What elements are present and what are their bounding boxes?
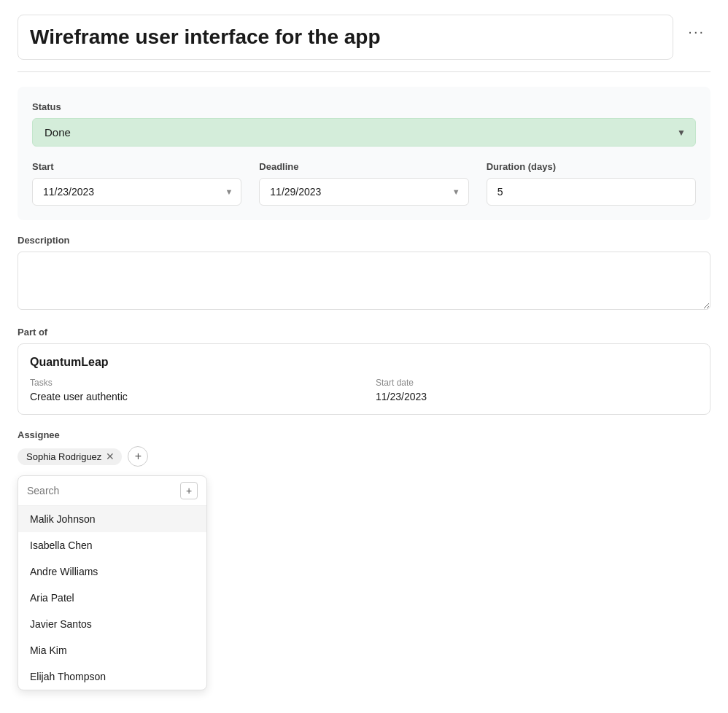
start-date-column: Start date 11/23/2023 [376,378,698,402]
status-field[interactable]: Done In Progress To Do Cancelled ▼ [32,118,696,147]
duration-field: Duration (days) [487,161,696,206]
part-of-section: Part of QuantumLeap Tasks Create user au… [18,327,710,415]
start-date-select[interactable]: 11/23/2023 [32,178,241,206]
deadline-field: Deadline 11/29/2023 ▼ [259,161,468,206]
status-label: Status [32,101,696,112]
duration-input[interactable] [487,178,696,206]
section-divider [18,71,710,72]
remove-assignee-button[interactable]: ✕ [106,451,115,461]
duration-label: Duration (days) [487,161,696,172]
more-options-button[interactable]: ... [682,15,710,43]
list-item[interactable]: Javier Santos [18,611,206,637]
part-of-label: Part of [18,327,710,338]
start-date-value: 11/23/2023 [376,391,698,402]
assignee-search-input[interactable] [27,485,174,496]
list-item[interactable]: Aria Patel [18,585,206,611]
assignee-dropdown-list: Malik Johnson Isabella Chen Andre Willia… [18,506,206,690]
list-item[interactable]: Malik Johnson [18,506,206,532]
task-title: Wireframe user interface for the app [18,15,673,60]
assignee-section: Assignee Sophia Rodriguez ✕ + + Malik Jo… [18,429,710,690]
status-select[interactable]: Done In Progress To Do Cancelled [32,118,696,147]
search-add-button[interactable]: + [180,482,198,499]
assignee-name: Sophia Rodriguez [26,451,101,462]
add-assignee-button[interactable]: + [128,446,148,467]
list-item[interactable]: Isabella Chen [18,532,206,558]
description-textarea[interactable] [18,252,710,310]
start-date-header: Start date [376,378,698,388]
deadline-select[interactable]: 11/29/2023 [259,178,468,206]
assignee-label: Assignee [18,429,710,440]
tasks-header: Tasks [30,378,352,388]
search-header: + [18,476,206,506]
start-label: Start [32,161,241,172]
task-value: Create user authentic [30,391,352,402]
description-label: Description [18,235,710,246]
tasks-column: Tasks Create user authentic [30,378,352,402]
description-section: Description [18,235,710,312]
start-date-field: Start 11/23/2023 ▼ [32,161,241,206]
deadline-label: Deadline [259,161,468,172]
project-name: QuantumLeap [30,356,698,369]
assignee-search-dropdown: + Malik Johnson Isabella Chen Andre Will… [18,475,207,690]
list-item[interactable]: Mia Kim [18,637,206,663]
part-of-card: QuantumLeap Tasks Create user authentic … [18,343,710,415]
assignee-tags: Sophia Rodriguez ✕ + [18,446,710,467]
assignee-tag: Sophia Rodriguez ✕ [18,448,122,465]
list-item[interactable]: Andre Williams [18,558,206,585]
list-item[interactable]: Elijah Thompson [18,663,206,690]
